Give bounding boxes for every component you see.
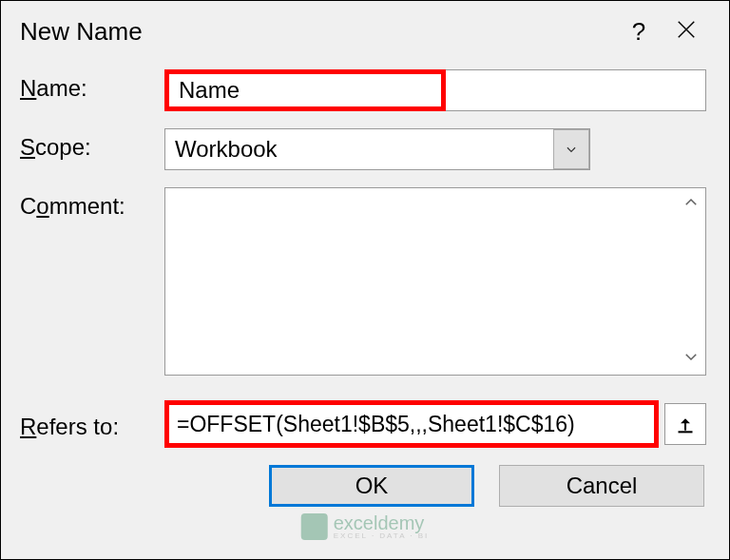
scope-value[interactable] — [164, 128, 590, 170]
comment-field-wrap — [164, 187, 706, 376]
titlebar: New Name ? — [1, 1, 729, 58]
scope-field-wrap — [164, 128, 706, 170]
caret-down-icon — [682, 348, 700, 365]
comment-textarea[interactable] — [164, 187, 706, 376]
refers-to-field-wrap — [164, 400, 706, 448]
comment-row: Comment: — [20, 187, 706, 376]
scroll-up-button[interactable] — [682, 194, 700, 215]
chevron-down-icon — [565, 143, 578, 156]
collapse-dialog-button[interactable] — [664, 403, 706, 445]
collapse-icon — [676, 415, 695, 434]
watermark-brand: exceldemy — [334, 513, 430, 532]
dialog-buttons: OK Cancel — [20, 465, 706, 507]
scroll-down-button[interactable] — [682, 348, 700, 369]
scope-row: Scope: — [20, 128, 706, 170]
cancel-button[interactable]: Cancel — [499, 465, 704, 507]
scope-dropdown-button[interactable] — [553, 129, 589, 169]
refers-to-input[interactable] — [164, 400, 659, 448]
dialog-title: New Name — [20, 17, 615, 47]
watermark-icon — [301, 513, 328, 540]
name-field-wrap — [164, 69, 706, 111]
watermark-text: exceldemy EXCEL · DATA · BI — [334, 513, 430, 540]
ok-button[interactable]: OK — [269, 465, 474, 507]
watermark: exceldemy EXCEL · DATA · BI — [301, 513, 430, 540]
name-label: Name: — [20, 69, 164, 102]
name-input[interactable] — [164, 69, 446, 111]
close-icon — [676, 19, 697, 40]
name-row: Name: — [20, 69, 706, 111]
scope-label: Scope: — [20, 128, 164, 161]
caret-up-icon — [682, 194, 700, 211]
refers-to-label: Refers to: — [20, 408, 164, 440]
comment-label: Comment: — [20, 187, 164, 220]
new-name-dialog: New Name ? Name: Scope: — [0, 0, 730, 560]
scope-select[interactable] — [164, 128, 590, 170]
refers-to-row: Refers to: — [20, 400, 706, 448]
close-button[interactable] — [663, 19, 710, 44]
watermark-tag: EXCEL · DATA · BI — [334, 532, 430, 540]
help-button[interactable]: ? — [615, 17, 663, 47]
dialog-content: Name: Scope: Comment: — [1, 58, 729, 507]
name-input-extension[interactable] — [446, 69, 706, 111]
